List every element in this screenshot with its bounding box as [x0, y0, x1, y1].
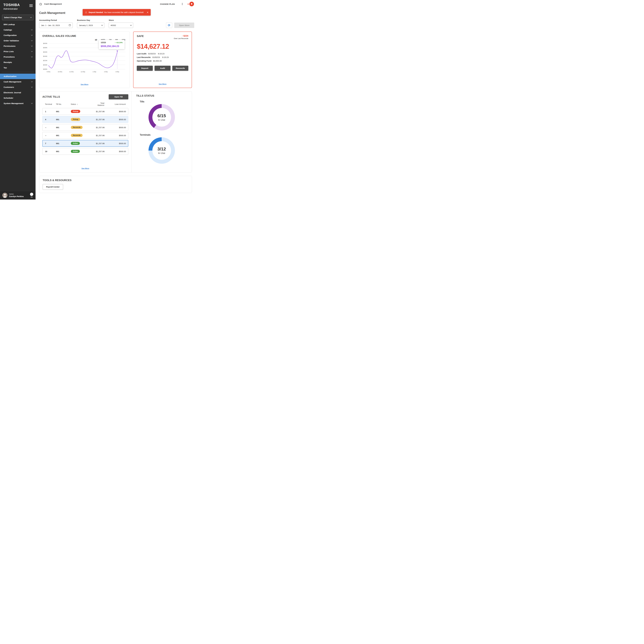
store-label: Store — [109, 19, 133, 21]
overall-sales-volume-card: OVERALL SALES VOLUME 1D WTD 1M 6M YTD $6… — [39, 32, 130, 88]
topbar: Cash Management CHANGE PLAN ⋮ 8 — [36, 0, 198, 8]
sidebar-item-bin-lookup[interactable]: BIN Lookup — [0, 22, 36, 27]
refresh-icon: ⟳ — [168, 24, 170, 27]
sidebar-item-order-validation[interactable]: Order Validation — [0, 38, 36, 43]
chevron-down-icon — [31, 86, 33, 88]
table-row[interactable]: 1 001 Pickup $1,257.86 $500.00 — [42, 108, 128, 115]
user-role: Admin — [9, 193, 24, 195]
close-icon[interactable]: × — [147, 11, 148, 14]
sidebar-item-promotions[interactable]: Promotions — [0, 54, 36, 60]
filters-row: Accounting Period Jan. 1 - Jan. 10, 2023… — [39, 19, 194, 28]
deposit-alert-banner: ⚠ Deposit Needed: You have exceeded the … — [83, 9, 151, 16]
terminals-donut-caption: In Use — [158, 152, 165, 155]
terminals-donut-value: 3/12 — [157, 146, 166, 151]
sidebar-item-receipts[interactable]: Receipts — [0, 60, 36, 65]
tills-donut-value: 6/15 — [157, 113, 166, 118]
sidebar-item-authorization[interactable]: Authorization — [0, 74, 36, 79]
safe-amount: $14,627.12 — [137, 43, 188, 50]
status-badge: Reconcile — [71, 126, 83, 129]
tills-see-more-link[interactable]: See More — [81, 167, 89, 169]
svg-text:$580K: $580K — [43, 47, 47, 48]
tab-1d[interactable]: 1D — [95, 39, 97, 41]
svg-text:$520K: $520K — [43, 60, 47, 61]
refresh-button[interactable]: ⟳ — [166, 23, 172, 28]
content: Cash Management ⚠ Deposit Needed: You ha… — [36, 8, 198, 200]
tooltip-delta: ↑+16.24% — [115, 42, 123, 44]
chevron-down-icon — [130, 24, 132, 26]
sales-see-more-link[interactable]: See More — [81, 83, 88, 85]
chevron-down-icon — [31, 29, 33, 30]
active-tills-section: ACTIVE TILLS Open Till Terminal Till No.… — [39, 91, 132, 172]
notification-count-badge: 8 — [188, 3, 189, 5]
sidebar-item-price-lists[interactable]: Price Lists — [0, 49, 36, 54]
breadcrumb[interactable]: Cash Management — [44, 3, 62, 5]
table-row[interactable]: 4 001 Pickup $1,257.86 $500.00 — [42, 116, 128, 123]
safe-card: SAFE ↑$234 Over Last Reconcile $14,627.1… — [133, 32, 192, 88]
active-tills-title: ACTIVE TILLS — [42, 95, 60, 98]
table-row[interactable]: -- 001 Reconcile $1,257.86 $500.00 — [42, 132, 128, 139]
tills-donut-caption: In Use — [158, 118, 165, 121]
business-day-select[interactable]: January 2, 2023 — [77, 23, 104, 28]
svg-text:12:00p: 12:00p — [81, 71, 85, 73]
arrow-up-icon: ↑ — [182, 35, 183, 37]
user-name: Carolyn Perkins — [9, 195, 24, 197]
open-till-button[interactable]: Open Till — [109, 94, 128, 99]
svg-text:$540K: $540K — [43, 56, 47, 57]
select-change-plan-dropdown[interactable]: Select Change Plan — [2, 15, 33, 20]
tills-card: ACTIVE TILLS Open Till Terminal Till No.… — [39, 91, 192, 172]
tills-donut-chart: 6/15 In Use — [149, 104, 175, 130]
table-row[interactable]: -- 001 Reconcile $1,257.86 $500.00 — [42, 124, 128, 131]
chevron-down-icon — [31, 102, 33, 104]
store-select[interactable]: #0332 — [109, 23, 133, 28]
home-icon[interactable] — [39, 3, 42, 6]
chevron-down-icon — [31, 56, 33, 57]
language-toggle[interactable]: EN — [30, 193, 33, 198]
table-row[interactable]: 10 001 Active $1,257.86 $500.00 — [42, 148, 128, 155]
kebab-menu-icon[interactable]: ⋮ — [181, 3, 184, 5]
terminals-donut-chart: 3/12 In Use — [149, 137, 175, 164]
chevron-down-icon — [101, 24, 103, 26]
svg-text:3:00p: 3:00p — [116, 71, 119, 73]
tills-table-body: 1 001 Pickup $1,257.86 $500.00 4 001 Pic… — [42, 108, 128, 156]
chevron-down-icon — [31, 40, 33, 41]
status-badge: Active — [71, 142, 80, 145]
sidebar-item-tax[interactable]: Tax — [0, 65, 36, 70]
user-profile[interactable]: Admin Carolyn Perkins EN — [0, 191, 36, 200]
table-row[interactable]: 7 001 Active $1,257.86 $500.00 — [42, 140, 128, 147]
main-area: Cash Management CHANGE PLAN ⋮ 8 Cash Man… — [36, 0, 198, 200]
bell-icon — [189, 2, 194, 6]
accounting-period-input[interactable]: Jan. 1 - Jan. 10, 2023 — [39, 23, 73, 28]
chart-tooltip: 1/2/23 ↑+16.24% $559,250,184.23 — [99, 40, 125, 49]
payroll-center-button[interactable]: Payroll Center — [43, 184, 63, 190]
status-badge: Active — [71, 150, 80, 153]
sidebar-item-configuration[interactable]: Configuration — [0, 33, 36, 38]
safe-see-more-link[interactable]: See More — [159, 83, 166, 85]
svg-text:$600K: $600K — [43, 43, 47, 44]
deposit-button[interactable]: Deposit — [137, 66, 153, 71]
language-circle-icon — [30, 193, 33, 196]
open-store-button[interactable]: Open Store — [174, 23, 194, 28]
sidebar-item-customers[interactable]: Customers — [0, 84, 36, 90]
tools-resources-card: TOOLS & RESOURCES Payroll Center — [39, 176, 192, 193]
select-change-plan-label: Select Change Plan — [4, 16, 22, 19]
sidebar-item-scheduler[interactable]: Scheduler — [0, 95, 36, 101]
sidebar: TOSHIBA Administrator Select Change Plan… — [0, 0, 36, 200]
hamburger-menu-icon[interactable] — [29, 4, 33, 7]
reconcile-button[interactable]: Reconcile — [172, 66, 188, 71]
sidebar-item-cash-management[interactable]: Cash Management — [0, 79, 36, 84]
notifications-button[interactable]: 8 — [188, 2, 194, 6]
chevron-down-icon — [31, 50, 33, 52]
svg-text:10:00a: 10:00a — [58, 71, 62, 73]
audit-button[interactable]: Audit — [155, 66, 171, 71]
tills-status-section: TILLS STATUS Tills 6/15 In Use Terminals… — [132, 91, 192, 172]
tills-status-title: TILLS STATUS — [136, 94, 187, 97]
sidebar-header: TOSHIBA Administrator — [0, 0, 36, 11]
terminals-donut-label: Terminals — [140, 134, 187, 136]
sidebar-item-system-management[interactable]: System Management — [0, 101, 36, 106]
sidebar-item-catalogs[interactable]: Catalogs — [0, 27, 36, 33]
change-plan-button[interactable]: CHANGE PLAN — [160, 3, 175, 5]
sidebar-item-electronic-journal[interactable]: Electronic Journal — [0, 90, 36, 95]
col-status-sortable[interactable]: Status ↑ — [71, 103, 96, 105]
business-day-label: Business Day — [77, 19, 104, 21]
sidebar-item-permissions[interactable]: Permissions — [0, 43, 36, 49]
